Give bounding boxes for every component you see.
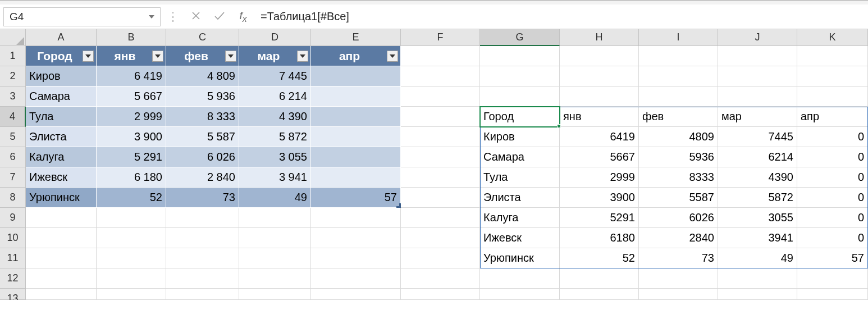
col-header-A[interactable]: A	[26, 29, 97, 45]
cell-I7[interactable]: 8333	[639, 167, 718, 188]
cell-F3[interactable]	[401, 86, 480, 107]
row-header-2[interactable]: 2	[0, 66, 26, 86]
cell-C2[interactable]: 4 809	[166, 66, 239, 86]
cell-J1[interactable]	[718, 46, 797, 66]
cell-K5[interactable]: 0	[797, 127, 868, 147]
cell-E1[interactable]: апр	[311, 46, 401, 66]
table-resize-handle[interactable]	[396, 203, 401, 208]
cell-G8[interactable]: Элиста	[480, 188, 560, 208]
cell-G4[interactable]: Город	[480, 107, 560, 127]
cell-E3[interactable]	[311, 86, 401, 107]
cell-B7[interactable]: 6 180	[97, 167, 166, 188]
cell-D11[interactable]	[239, 248, 311, 268]
cell-A2[interactable]: Киров	[26, 66, 97, 86]
cancel-button[interactable]	[184, 10, 208, 23]
cell-K6[interactable]: 0	[797, 147, 868, 167]
col-header-C[interactable]: C	[166, 29, 239, 45]
col-header-I[interactable]: I	[639, 29, 718, 45]
cell-I2[interactable]	[639, 66, 718, 86]
cell-B10[interactable]	[97, 228, 166, 248]
cell-B3[interactable]: 5 667	[97, 86, 166, 107]
cell-C1[interactable]: фев	[166, 46, 239, 66]
col-header-J[interactable]: J	[718, 29, 797, 45]
cell-J12[interactable]	[718, 268, 797, 289]
cell-A1[interactable]: Город	[26, 46, 97, 66]
cell-F13[interactable]	[401, 289, 480, 300]
cell-C8[interactable]: 73	[166, 188, 239, 208]
cell-I13[interactable]	[639, 289, 718, 300]
cell-F8[interactable]	[401, 188, 480, 208]
cell-H10[interactable]: 6180	[560, 228, 639, 248]
cell-K13[interactable]	[797, 289, 868, 300]
cell-J4[interactable]: мар	[718, 107, 797, 127]
cell-J11[interactable]: 49	[718, 248, 797, 268]
cell-F2[interactable]	[401, 66, 480, 86]
cell-C13[interactable]	[166, 289, 239, 300]
cell-H7[interactable]: 2999	[560, 167, 639, 188]
cell-G7[interactable]: Тула	[480, 167, 560, 188]
cell-I1[interactable]	[639, 46, 718, 66]
cell-B5[interactable]: 3 900	[97, 127, 166, 147]
cell-E2[interactable]	[311, 66, 401, 86]
cell-H5[interactable]: 6419	[560, 127, 639, 147]
cell-A13[interactable]	[26, 289, 97, 300]
cell-G12[interactable]	[480, 268, 560, 289]
cell-H13[interactable]	[560, 289, 639, 300]
cell-B9[interactable]	[97, 208, 166, 228]
row-header-4[interactable]: 4	[0, 107, 26, 127]
cell-C10[interactable]	[166, 228, 239, 248]
cell-D6[interactable]: 3 055	[239, 147, 311, 167]
cell-H2[interactable]	[560, 66, 639, 86]
row-header-1[interactable]: 1	[0, 46, 26, 66]
cell-B8[interactable]: 52	[97, 188, 166, 208]
cell-D7[interactable]: 3 941	[239, 167, 311, 188]
cell-C3[interactable]: 5 936	[166, 86, 239, 107]
row-header-6[interactable]: 6	[0, 147, 26, 167]
cell-B1[interactable]: янв	[97, 46, 166, 66]
cell-E10[interactable]	[311, 228, 401, 248]
row-header-13[interactable]: 13	[0, 289, 26, 300]
cell-F5[interactable]	[401, 127, 480, 147]
row-header-5[interactable]: 5	[0, 127, 26, 147]
cell-E4[interactable]	[311, 107, 401, 127]
cell-F6[interactable]	[401, 147, 480, 167]
cell-H11[interactable]: 52	[560, 248, 639, 268]
cell-E9[interactable]	[311, 208, 401, 228]
row-header-10[interactable]: 10	[0, 228, 26, 248]
cell-I5[interactable]: 4809	[639, 127, 718, 147]
cell-A11[interactable]	[26, 248, 97, 268]
cell-I6[interactable]: 5936	[639, 147, 718, 167]
cell-J9[interactable]: 3055	[718, 208, 797, 228]
filter-dropdown-icon[interactable]	[387, 51, 398, 62]
cell-B6[interactable]: 5 291	[97, 147, 166, 167]
cell-G2[interactable]	[480, 66, 560, 86]
cell-A5[interactable]: Элиста	[26, 127, 97, 147]
cell-A3[interactable]: Самара	[26, 86, 97, 107]
cell-I12[interactable]	[639, 268, 718, 289]
cell-K3[interactable]	[797, 86, 868, 107]
col-header-K[interactable]: K	[797, 29, 868, 45]
cell-J13[interactable]	[718, 289, 797, 300]
cell-C6[interactable]: 6 026	[166, 147, 239, 167]
dropdown-icon[interactable]	[149, 15, 154, 19]
cell-G9[interactable]: Калуга	[480, 208, 560, 228]
cell-C7[interactable]: 2 840	[166, 167, 239, 188]
cell-G1[interactable]	[480, 46, 560, 66]
row-header-7[interactable]: 7	[0, 167, 26, 188]
cell-I8[interactable]: 5587	[639, 188, 718, 208]
cell-G5[interactable]: Киров	[480, 127, 560, 147]
col-header-B[interactable]: B	[97, 29, 166, 45]
cell-B13[interactable]	[97, 289, 166, 300]
cell-C11[interactable]	[166, 248, 239, 268]
cell-A9[interactable]	[26, 208, 97, 228]
cell-H1[interactable]	[560, 46, 639, 66]
cell-J10[interactable]: 3941	[718, 228, 797, 248]
select-all-corner[interactable]	[0, 29, 26, 46]
col-header-H[interactable]: H	[560, 29, 639, 45]
cell-D4[interactable]: 4 390	[239, 107, 311, 127]
cell-A6[interactable]: Калуга	[26, 147, 97, 167]
cell-B12[interactable]	[97, 268, 166, 289]
cell-G10[interactable]: Ижевск	[480, 228, 560, 248]
fx-button[interactable]: fx	[231, 10, 255, 24]
col-header-F[interactable]: F	[401, 29, 480, 45]
